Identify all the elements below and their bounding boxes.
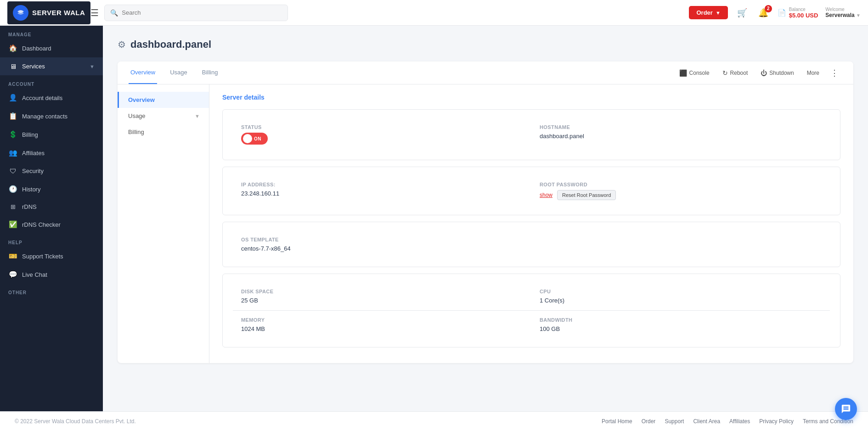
welcome-chevron-icon: ▼ [856,13,861,18]
tab-usage[interactable]: Usage [168,62,189,84]
sidebar-item-label: rDNS Checker [22,221,61,228]
memory-value: 1024 MB [241,325,523,332]
hostname-label: Hostname [540,124,822,130]
os-template-value: centos-7.7-x86_64 [241,245,822,252]
sidebar: MANAGE 🏠 Dashboard 🖥 Services ▼ ACCOUNT … [0,26,103,411]
shutdown-button[interactable]: ⏻ Shutdown [755,66,799,80]
account-section-label: ACCOUNT [0,75,103,89]
status-hostname-grid: Status ON Hostname dashboard.panel [233,118,830,151]
sidebar-item-label: Billing [22,131,38,138]
sidebar-item-security[interactable]: 🛡 Security [0,162,103,180]
disk-cpu-card: Disk Space 25 GB CPU 1 Core(s) Memory [222,274,840,347]
sidebar-item-label: Dashboard [22,45,51,52]
footer-copyright: © 2022 Server Wala Cloud Data Centers Pv… [15,418,136,425]
manage-section-label: MANAGE [0,26,103,39]
page-title: dashboard.panel [130,39,211,50]
settings-gear-icon: ⚙ [118,39,126,50]
sidebar-item-label: Live Chat [22,271,47,278]
more-options-button[interactable]: ⋮ [827,65,842,81]
sidebar-item-label: Security [22,168,44,174]
topnav: SERVER WALA ☰ 🔍 Order ▼ 🛒 🔔 2 📄 Balance … [0,0,868,26]
hamburger-button[interactable]: ☰ [90,7,99,18]
contacts-icon: 📋 [8,112,17,120]
layout: MANAGE 🏠 Dashboard 🖥 Services ▼ ACCOUNT … [0,26,868,411]
cart-button[interactable]: 🛒 [735,6,749,20]
left-nav-billing[interactable]: Billing [118,124,209,140]
bandwidth-value: 100 GB [540,325,822,332]
sidebar-item-history[interactable]: 🕐 History [0,180,103,198]
sidebar-item-label: Services [22,63,45,70]
memory-label: Memory [241,317,523,323]
notification-button[interactable]: 🔔 2 [756,6,770,20]
cpu-cell: CPU 1 Core(s) [531,282,830,310]
status-toggle[interactable]: ON [241,133,268,145]
sidebar-item-live-chat[interactable]: 💬 Live Chat [0,265,103,284]
left-nav-usage[interactable]: Usage ▼ [118,108,209,124]
ip-label: IP Address: [241,182,523,187]
sidebar-item-account-details[interactable]: 👤 Account details [0,89,103,107]
security-icon: 🛡 [8,167,17,175]
chat-icon [841,404,851,414]
sidebar-item-services[interactable]: 🖥 Services ▼ [0,57,103,75]
search-input[interactable] [122,9,282,16]
tab-billing[interactable]: Billing [200,62,220,84]
panel-body: Overview Usage ▼ Billing Server details [118,84,853,363]
show-password-link[interactable]: show [540,192,552,198]
sidebar-item-rdns-checker[interactable]: ✅ rDNS Checker [0,215,103,234]
tab-overview[interactable]: Overview [129,62,157,84]
footer-link-privacy-policy[interactable]: Privacy Policy [759,418,794,425]
toggle-text: ON [254,136,261,141]
reboot-icon: ↻ [722,69,728,77]
page-title-row: ⚙ dashboard.panel [118,39,853,50]
console-button[interactable]: ⬛ Console [674,66,715,80]
status-cell: Status ON [233,118,531,151]
history-icon: 🕐 [8,185,17,193]
os-template-cell: OS Template centos-7.7-x86_64 [233,230,830,258]
reset-root-password-button[interactable]: Reset Root Password [557,190,616,200]
root-pw-label: Root password [540,182,822,187]
sidebar-item-affiliates[interactable]: 👥 Affiliates [0,144,103,162]
reboot-button[interactable]: ↻ Reboot [717,66,754,80]
left-nav-overview[interactable]: Overview [118,92,209,108]
footer-link-portal-home[interactable]: Portal Home [602,418,632,425]
hostname-cell: Hostname dashboard.panel [531,118,830,151]
status-hostname-card: Status ON Hostname dashboard.panel [222,109,840,160]
status-label: Status [241,124,523,130]
more-button[interactable]: More [801,67,825,79]
order-button[interactable]: Order ▼ [689,6,727,19]
sidebar-item-dashboard[interactable]: 🏠 Dashboard [0,39,103,57]
shutdown-icon: ⏻ [761,69,767,77]
ip-rootpw-grid: IP Address: 23.248.160.11 Root password … [233,175,830,207]
root-pw-row: show Reset Root Password [540,190,822,200]
hostname-value: dashboard.panel [540,133,822,140]
chat-bubble-button[interactable] [835,398,857,420]
server-details-title: Server details [222,94,840,101]
toggle-knob [243,134,252,143]
footer-link-affiliates[interactable]: Affiliates [729,418,750,425]
sidebar-item-manage-contacts[interactable]: 📋 Manage contacts [0,107,103,125]
disk-cpu-grid: Disk Space 25 GB CPU 1 Core(s) [233,282,830,310]
bandwidth-label: Bandwidth [540,317,822,323]
cpu-label: CPU [540,289,822,294]
cart-icon: 🛒 [737,8,747,17]
notification-badge: 2 [765,5,772,12]
footer-link-order[interactable]: Order [642,418,656,425]
sidebar-item-rdns[interactable]: ⊞ rDNS [0,198,103,215]
memory-bandwidth-grid: Memory 1024 MB Bandwidth 100 GB [233,311,830,339]
affiliates-icon: 👥 [8,149,17,157]
logo: SERVER WALA [7,1,90,24]
dashboard-icon: 🏠 [8,44,17,52]
help-section-label: HELP [0,234,103,247]
logo-icon [13,5,28,21]
footer-link-client-area[interactable]: Client Area [693,418,720,425]
balance-icon: 📄 [778,9,786,17]
os-template-card: OS Template centos-7.7-x86_64 [222,222,840,267]
disk-cell: Disk Space 25 GB [233,282,531,310]
services-icon: 🖥 [8,62,17,70]
sidebar-item-billing[interactable]: 💲 Billing [0,125,103,144]
topnav-actions: Order ▼ 🛒 🔔 2 📄 Balance $5.00 USD Welcom… [689,6,861,20]
sidebar-item-support-tickets[interactable]: 🎫 Support Tickets [0,247,103,265]
console-icon: ⬛ [679,69,687,77]
balance-amount: $5.00 USD [789,12,818,19]
footer-link-support[interactable]: Support [665,418,684,425]
